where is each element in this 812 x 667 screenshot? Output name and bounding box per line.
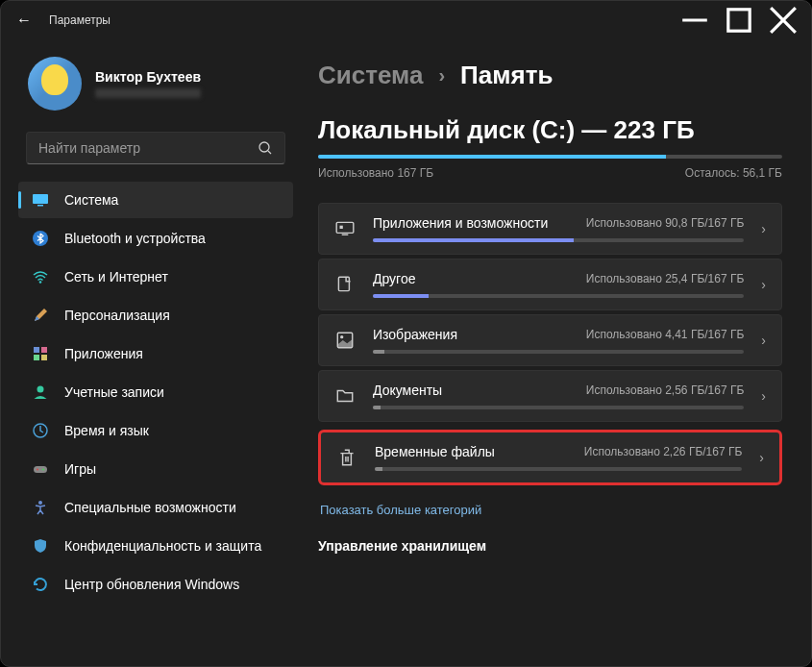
search-box[interactable] [26,132,285,164]
category-title: Временные файлы [375,444,495,459]
category-usage: Использовано 2,26 ГБ/167 ГБ [584,445,743,458]
svg-point-17 [37,469,38,471]
profile-name: Виктор Бухтеев [95,69,201,85]
sidebar-item-personalization[interactable]: Персонализация [18,297,293,334]
settings-window: ← Параметры Виктор Бухтеев [0,0,812,667]
chevron-right-icon: › [761,277,766,292]
breadcrumb: Система › Память [318,61,782,90]
svg-rect-6 [33,194,48,204]
sidebar-item-label: Центр обновления Windows [64,577,239,592]
avatar [28,57,82,111]
category-title: Приложения и возможности [373,215,548,231]
category-bar [373,406,744,409]
sidebar-item-gaming[interactable]: Игры [18,451,293,487]
wifi-icon [32,268,49,285]
chevron-right-icon: › [761,388,766,404]
svg-line-5 [268,151,271,154]
shield-icon [32,537,49,555]
window-title: Параметры [49,13,111,27]
sidebar-item-system[interactable]: Система [18,182,293,218]
disk-meta: Использовано 167 ГБ Осталось: 56,1 ГБ [318,166,782,180]
sidebar-item-label: Персонализация [64,308,170,323]
category-temp-files[interactable]: Временные файлыИспользовано 2,26 ГБ/167 … [318,430,782,485]
sidebar-item-label: Конфиденциальность и защита [64,538,261,554]
gamepad-icon [32,460,49,478]
sidebar: Виктор Бухтеев Система Bluetooth и устро… [1,39,299,666]
sidebar-item-time-language[interactable]: Время и язык [18,412,293,449]
svg-point-9 [39,281,42,284]
svg-point-19 [38,501,42,505]
profile-email-redacted [95,88,201,98]
category-bar [373,294,744,298]
image-icon [334,330,356,351]
disk-used-label: Использовано 167 ГБ [318,166,433,180]
sidebar-item-label: Система [64,192,118,208]
svg-point-4 [259,142,269,152]
back-button[interactable]: ← [7,3,41,37]
category-images[interactable]: ИзображенияИспользовано 4,41 ГБ/167 ГБ› [318,314,782,366]
category-bar [373,238,744,242]
svg-rect-1 [728,10,750,31]
accessibility-icon [32,499,49,516]
person-icon [32,383,49,401]
sidebar-item-label: Время и язык [64,423,149,438]
category-usage: Использовано 2,56 ГБ/167 ГБ [586,383,745,397]
category-title: Другое [373,271,415,286]
storage-management-heading: Управление хранилищем [318,538,782,554]
disk-title: Локальный диск (C:) — 223 ГБ [318,115,782,145]
profile-block[interactable]: Виктор Бухтеев [18,49,293,128]
category-title: Документы [373,383,442,398]
search-icon [258,140,273,156]
search-input[interactable] [38,140,258,156]
sidebar-item-accounts[interactable]: Учетные записи [18,374,293,410]
category-bar [375,467,742,471]
svg-rect-12 [34,355,39,360]
file-icon [334,274,356,295]
sidebar-item-label: Учетные записи [64,384,164,400]
sidebar-item-privacy[interactable]: Конфиденциальность и защита [18,528,293,564]
minimize-button[interactable] [673,5,717,36]
apps-icon [32,345,49,362]
brush-icon [32,307,49,324]
category-other[interactable]: ДругоеИспользовано 25,4 ГБ/167 ГБ› [318,259,782,310]
category-usage: Использовано 25,4 ГБ/167 ГБ [586,272,745,285]
titlebar: ← Параметры [1,1,811,39]
clock-globe-icon [32,422,49,439]
system-icon [32,191,49,209]
sidebar-item-network[interactable]: Сеть и Интернет [18,259,293,295]
main-content: Система › Память Локальный диск (C:) — 2… [299,39,811,666]
category-bar [373,350,744,354]
close-button[interactable] [761,5,805,36]
show-more-categories-link[interactable]: Показать больше категорий [320,503,481,517]
disk-usage-bar [318,155,782,159]
update-icon [32,576,49,593]
sidebar-item-windows-update[interactable]: Центр обновления Windows [18,566,293,603]
sidebar-item-bluetooth[interactable]: Bluetooth и устройства [18,220,293,257]
sidebar-item-label: Сеть и Интернет [64,269,168,284]
category-title: Изображения [373,327,457,342]
breadcrumb-root[interactable]: Система [318,61,423,90]
category-usage: Использовано 90,8 ГБ/167 ГБ [586,216,745,230]
bluetooth-icon [32,230,49,247]
svg-point-14 [37,386,44,393]
chevron-right-icon: › [759,450,764,465]
chevron-right-icon: › [438,64,445,86]
window-controls [673,5,805,36]
apps-features-icon [334,218,356,239]
svg-rect-20 [336,222,354,233]
svg-rect-10 [34,347,39,353]
svg-rect-13 [41,355,47,360]
nav-list: Система Bluetooth и устройства Сеть и Ин… [18,182,293,603]
disk-free-label: Осталось: 56,1 ГБ [685,166,782,180]
disk-usage-fill [318,155,666,159]
svg-rect-21 [342,235,349,235]
sidebar-item-accessibility[interactable]: Специальные возможности [18,489,293,526]
svg-rect-23 [338,277,349,290]
category-apps[interactable]: Приложения и возможностиИспользовано 90,… [318,203,782,255]
sidebar-item-label: Bluetooth и устройства [64,231,206,246]
sidebar-item-apps[interactable]: Приложения [18,335,293,372]
folder-icon [334,385,356,407]
svg-point-25 [340,335,343,338]
category-documents[interactable]: ДокументыИспользовано 2,56 ГБ/167 ГБ› [318,370,782,422]
maximize-button[interactable] [717,5,761,36]
